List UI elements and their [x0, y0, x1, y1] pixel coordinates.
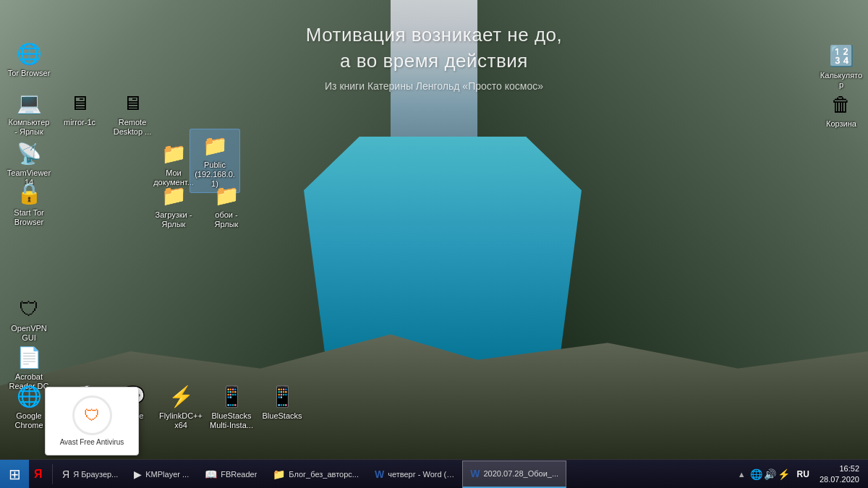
- recycle-bin-label: Корзина: [826, 119, 856, 129]
- icon-bluestacks[interactable]: 📱 BlueStacks: [257, 380, 307, 424]
- icon-computer[interactable]: 💻 Компьютер - Ярлык: [4, 87, 54, 140]
- calculator-label: Калькулятор: [819, 71, 864, 90]
- fbreader-icon: 📖: [205, 468, 217, 480]
- icon-recycle-bin[interactable]: 🗑 Корзина: [816, 88, 867, 132]
- taskbar: ⊞ Я Я Я Браузер... ▶ KMPlayer ... 📖 FBRe…: [0, 459, 868, 488]
- downloads-icon: 📁: [161, 182, 187, 208]
- remote-desktop-icon: 🖥: [119, 90, 145, 116]
- tor-browser-label: Tor Browser: [8, 69, 51, 78]
- tray-date-display: 28.07.2020: [820, 474, 859, 484]
- mirror-1c-label: mirror-1c: [64, 118, 95, 127]
- openvpn-icon: 🛡: [16, 296, 42, 322]
- google-chrome-icon: 🌐: [16, 383, 42, 409]
- avast-popup[interactable]: 🛡 Avast Free Antivirus: [45, 387, 139, 455]
- taskbar-item-word2[interactable]: W 2020.07.28_Обои_...: [462, 461, 566, 488]
- start-tor-label: Start Tor Browser: [7, 208, 51, 227]
- taskbar-yandex-browser[interactable]: Я: [29, 461, 51, 488]
- taskbar-browser-label: Я Браузер...: [73, 470, 118, 479]
- flylink-label: FlylinkDC++ x64: [158, 411, 203, 430]
- calculator-icon: 🔢: [828, 43, 854, 69]
- mirror-1c-icon: 🖥: [67, 90, 93, 116]
- yandex-browser-icon: Я: [34, 468, 43, 481]
- wallpapers-label: обои - Ярлык: [204, 210, 249, 229]
- taskbar-fbreader-label: FBReader: [221, 470, 257, 479]
- acrobat-icon: 📄: [16, 344, 42, 370]
- icon-remote-desktop[interactable]: 🖥 Remote Desktop ...: [107, 87, 158, 140]
- my-documents-icon: 📁: [161, 140, 187, 166]
- bluestacks-label: BlueStacks: [262, 411, 302, 421]
- kmplayer-icon: ▶: [134, 468, 142, 480]
- desktop-quote: Мотивация возникает не до, а во время де…: [217, 22, 651, 92]
- remote-desktop-label: Remote Desktop ...: [110, 118, 155, 137]
- icon-wallpapers[interactable]: 📁 обои - Ярлык: [201, 179, 252, 232]
- wallpapers-icon: 📁: [213, 182, 239, 208]
- tray-time-display: 16:52: [820, 463, 859, 474]
- speaker-icon[interactable]: 🔊: [764, 468, 776, 480]
- icon-start-tor[interactable]: 🔒 Start Tor Browser: [4, 177, 54, 230]
- desktop: Мотивация возникает не до, а во время де…: [0, 0, 868, 488]
- icon-mirror-1c[interactable]: 🖥 mirror-1c: [54, 87, 105, 130]
- taskbar-item-word1[interactable]: W четверг - Word (…: [367, 461, 462, 488]
- public-folder-icon: 📁: [202, 132, 228, 158]
- quote-text: Мотивация возникает не до, а во время де…: [217, 22, 651, 74]
- battery-icon[interactable]: ⚡: [778, 468, 790, 480]
- taskbar-separator: [52, 464, 53, 484]
- start-tor-icon: 🔒: [16, 180, 42, 206]
- downloads-label: Загрузки - Ярлык: [151, 210, 196, 229]
- quote-source: Из книги Катерины Ленгольд «Просто космо…: [217, 80, 651, 92]
- taskbar-item-fbreader[interactable]: 📖 FBReader: [197, 461, 265, 488]
- taskbar-word1-label: четверг - Word (…: [388, 470, 454, 479]
- flylink-icon: ⚡: [168, 383, 194, 409]
- network-icon[interactable]: 🌐: [750, 468, 762, 480]
- recycle-bin-icon: 🗑: [828, 91, 854, 117]
- tray-expand-button[interactable]: ▲: [738, 470, 746, 479]
- taskbar-item-blog[interactable]: 📁 Блог_без_авторс...: [265, 461, 367, 488]
- word2-icon: W: [470, 468, 480, 479]
- avast-logo-icon: 🛡: [84, 406, 100, 425]
- bluestacks-icon: 📱: [269, 383, 295, 409]
- icon-openvpn[interactable]: 🛡 OpenVPN GUI: [4, 293, 54, 346]
- icon-downloads[interactable]: 📁 Загрузки - Ярлык: [148, 179, 199, 232]
- windows-logo-icon: ⊞: [9, 466, 21, 483]
- icon-bluestacks-multi[interactable]: 📱 BlueStacks Multi-Insta...: [206, 380, 257, 433]
- avast-circle: 🛡: [72, 395, 112, 435]
- icon-calculator[interactable]: 🔢 Калькулятор: [816, 40, 867, 93]
- icon-tor-browser[interactable]: 🌐 Tor Browser: [4, 38, 54, 81]
- notification-area: 🌐 🔊 ⚡: [750, 468, 790, 480]
- start-button[interactable]: ⊞: [0, 460, 29, 489]
- bluestacks-multi-label: BlueStacks Multi-Insta...: [209, 411, 254, 430]
- avast-label: Avast Free Antivirus: [60, 438, 124, 447]
- teamviewer-icon: 📡: [16, 140, 42, 166]
- taskbar-word2-label: 2020.07.28_Обои_...: [483, 469, 558, 478]
- word1-icon: W: [375, 468, 384, 480]
- browser-icon: Я: [62, 468, 69, 480]
- taskbar-item-kmplayer[interactable]: ▶ KMPlayer ...: [126, 461, 197, 488]
- icon-flylink[interactable]: ⚡ FlylinkDC++ x64: [156, 380, 206, 433]
- computer-label: Компьютер - Ярлык: [7, 118, 51, 137]
- openvpn-label: OpenVPN GUI: [7, 324, 51, 343]
- tor-browser-icon: 🌐: [16, 40, 42, 67]
- tray-clock[interactable]: 16:52 28.07.2020: [817, 463, 862, 484]
- tray-language[interactable]: RU: [794, 469, 812, 479]
- system-tray: ▲ 🌐 🔊 ⚡ RU 16:52 28.07.2020: [732, 460, 868, 488]
- taskbar-blog-label: Блог_без_авторс...: [289, 470, 359, 479]
- bluestacks-multi-icon: 📱: [218, 383, 244, 409]
- taskbar-item-browser[interactable]: Я Я Браузер...: [54, 461, 126, 488]
- taskbar-kmplayer-label: KMPlayer ...: [145, 470, 189, 479]
- blog-icon: 📁: [273, 468, 285, 480]
- taskbar-items: Я Я Браузер... ▶ KMPlayer ... 📖 FBReader…: [54, 460, 732, 488]
- computer-icon: 💻: [16, 90, 42, 116]
